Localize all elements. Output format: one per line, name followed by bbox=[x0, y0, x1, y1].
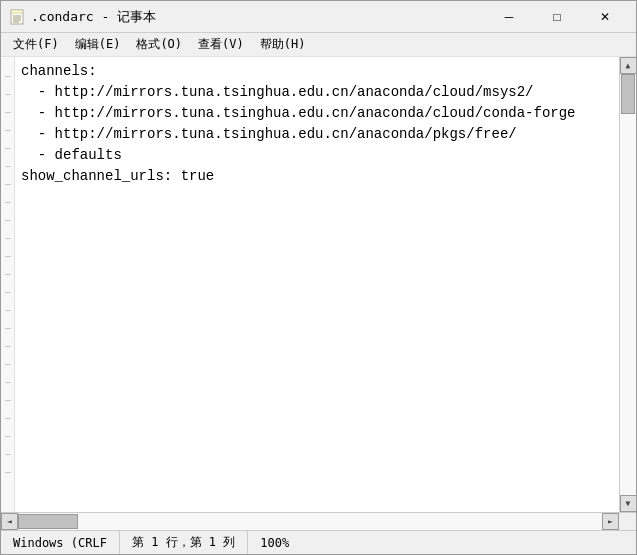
scroll-thumb-vertical[interactable] bbox=[621, 74, 635, 114]
scroll-right-button[interactable]: ► bbox=[602, 513, 619, 530]
close-button[interactable]: ✕ bbox=[582, 1, 628, 33]
text-line: - http://mirrors.tuna.tsinghua.edu.cn/an… bbox=[21, 124, 613, 145]
scroll-track-horizontal[interactable] bbox=[18, 513, 602, 530]
text-content[interactable]: channels: - http://mirrors.tuna.tsinghua… bbox=[15, 57, 619, 512]
status-encoding: Windows (CRLF bbox=[9, 531, 120, 554]
status-zoom: 100% bbox=[248, 531, 301, 554]
status-position: 第 1 行，第 1 列 bbox=[120, 531, 248, 554]
notepad-window: .condarc - 记事本 ─ □ ✕ 文件(F) 编辑(E) 格式(O) 查… bbox=[0, 0, 637, 555]
window-title: .condarc - 记事本 bbox=[31, 8, 486, 26]
text-line: channels: bbox=[21, 61, 613, 82]
menu-view[interactable]: 查看(V) bbox=[190, 34, 252, 56]
menu-edit[interactable]: 编辑(E) bbox=[67, 34, 129, 56]
scroll-track-vertical[interactable] bbox=[620, 74, 636, 495]
text-line: - http://mirrors.tuna.tsinghua.edu.cn/an… bbox=[21, 103, 613, 124]
scroll-up-button[interactable]: ▲ bbox=[620, 57, 637, 74]
scrollbar-corner bbox=[619, 513, 636, 530]
title-bar: .condarc - 记事本 ─ □ ✕ bbox=[1, 1, 636, 33]
text-line: - defaults bbox=[21, 145, 613, 166]
vertical-scrollbar[interactable]: ▲ ▼ bbox=[619, 57, 636, 512]
text-editor[interactable]: channels: - http://mirrors.tuna.tsinghua… bbox=[15, 57, 619, 512]
menu-bar: 文件(F) 编辑(E) 格式(O) 查看(V) 帮助(H) bbox=[1, 33, 636, 57]
scroll-down-button[interactable]: ▼ bbox=[620, 495, 637, 512]
status-bar: Windows (CRLF 第 1 行，第 1 列 100% bbox=[1, 530, 636, 554]
menu-help[interactable]: 帮助(H) bbox=[252, 34, 314, 56]
app-icon bbox=[9, 9, 25, 25]
menu-format[interactable]: 格式(O) bbox=[128, 34, 190, 56]
left-ruler bbox=[1, 57, 15, 512]
text-line: - http://mirrors.tuna.tsinghua.edu.cn/an… bbox=[21, 82, 613, 103]
bottom-area: ◄ ► Windows (CRLF 第 1 行，第 1 列 100% bbox=[1, 512, 636, 554]
window-controls: ─ □ ✕ bbox=[486, 1, 628, 33]
content-area: channels: - http://mirrors.tuna.tsinghua… bbox=[1, 57, 636, 512]
scroll-left-button[interactable]: ◄ bbox=[1, 513, 18, 530]
scroll-thumb-horizontal[interactable] bbox=[18, 514, 78, 529]
menu-file[interactable]: 文件(F) bbox=[5, 34, 67, 56]
maximize-button[interactable]: □ bbox=[534, 1, 580, 33]
text-line: show_channel_urls: true bbox=[21, 166, 613, 187]
svg-rect-1 bbox=[11, 10, 23, 13]
horizontal-scrollbar[interactable]: ◄ ► bbox=[1, 513, 636, 530]
minimize-button[interactable]: ─ bbox=[486, 1, 532, 33]
